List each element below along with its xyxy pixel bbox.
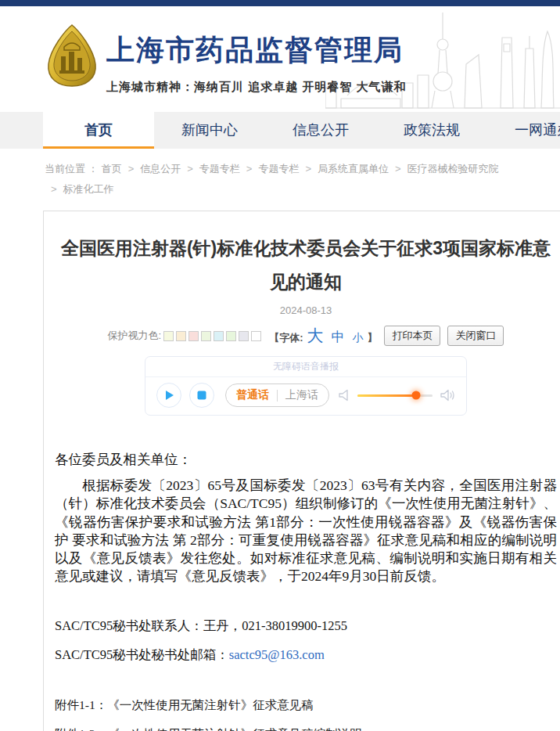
breadcrumb-separator: > <box>51 183 57 195</box>
language-switcher: 普通话上海话 <box>225 384 329 407</box>
site-motto: 上海城市精神：海纳百川 追求卓越 开明睿智 大气谦和 <box>106 80 407 95</box>
font-size-option[interactable]: 小 <box>352 332 363 343</box>
breadcrumb-link[interactable]: 专题专栏 <box>199 163 240 175</box>
speaker-low-icon <box>339 389 350 402</box>
attachments-list: 附件1-1：《一次性使用无菌注射针》征求意见稿附件1-2：《一次性使用无菌注射针… <box>55 697 557 731</box>
breadcrumb-label: 当前位置 ： <box>45 163 99 175</box>
eye-protect-label: 保护视力色: <box>108 329 162 343</box>
breadcrumb-separator: > <box>395 163 401 175</box>
font-size-option[interactable]: 中 <box>331 330 344 344</box>
play-button[interactable] <box>156 383 181 408</box>
breadcrumb-separator: > <box>246 163 253 175</box>
nav-tab[interactable]: 信息公开 <box>265 112 376 149</box>
volume-fill <box>357 394 416 397</box>
print-page-button[interactable]: 打印本页 <box>384 326 440 346</box>
breadcrumb: 当前位置 ：>首页>信息公开>专题专栏>专题专栏>局系统直属单位>医疗器械检验研… <box>45 159 545 200</box>
eye-protect-color-swatch[interactable] <box>226 331 236 341</box>
eye-protect-color-swatch[interactable] <box>239 331 249 341</box>
attachment-link[interactable]: 附件1-1：《一次性使用无菌注射针》征求意见稿 <box>55 697 557 714</box>
page-toolbar: 保护视力色: 【字体: 大中小 】 打印本页 关闭窗口 <box>52 326 560 346</box>
nav-tab[interactable]: 政策法规 <box>376 112 487 149</box>
audio-player-title: 无障碍语音播报 <box>145 357 466 377</box>
eye-protect-color-swatch[interactable] <box>188 331 199 341</box>
article-date: 2024-08-13 <box>52 304 560 316</box>
eye-protect-color-swatch[interactable] <box>163 331 174 341</box>
volume-handle[interactable] <box>411 391 420 400</box>
breadcrumb-separator: > <box>187 163 193 175</box>
language-tab[interactable]: 上海话 <box>285 388 318 402</box>
eye-protect-color-swatch[interactable] <box>251 331 261 341</box>
stop-button[interactable] <box>189 383 214 408</box>
eye-protect-color-swatch[interactable] <box>201 331 211 341</box>
volume-control <box>339 389 455 402</box>
eye-protect-color-swatch[interactable] <box>214 331 224 341</box>
contact-email-line: SAC/TC95秘书处秘书处邮箱：sactc95@163.com <box>55 646 557 664</box>
font-size-option[interactable]: 大 <box>307 327 323 344</box>
breadcrumb-link[interactable]: 首页 <box>102 163 122 175</box>
language-tab[interactable]: 普通话 <box>236 388 269 402</box>
close-window-button[interactable]: 关闭窗口 <box>447 326 504 346</box>
agency-emblem-logo <box>45 23 99 88</box>
breadcrumb-link[interactable]: 局系统直属单位 <box>318 163 389 175</box>
main-navigation: 首页 新闻中心 信息公开 政策法规 一网通办 <box>0 112 560 149</box>
article-card: 全国医用注射器(针)标准化技术委员会关于征求3项国家标准意见的通知 2024-0… <box>43 211 560 731</box>
breadcrumb-link[interactable]: 专题专栏 <box>258 163 299 175</box>
breadcrumb-separator: > <box>305 163 311 175</box>
article-paragraph: 根据标委发〔2023〕65号及国标委发〔2023〕63号有关内容，全国医用注射器… <box>55 477 557 586</box>
email-link[interactable]: sactc95@163.com <box>229 647 325 662</box>
breadcrumb-link[interactable]: 医疗器械检验研究院 <box>407 163 499 175</box>
contact-email-label: SAC/TC95秘书处秘书处邮箱： <box>55 647 229 662</box>
volume-slider[interactable] <box>357 394 433 397</box>
nav-tab[interactable]: 首页 <box>43 112 154 149</box>
nav-tab[interactable]: 一网通办 <box>487 112 560 149</box>
font-label-open: 【字体: <box>269 331 303 345</box>
accessibility-audio-player: 无障碍语音播报 普通话上海话 <box>145 356 467 416</box>
breadcrumb-link[interactable]: 标准化工作 <box>63 183 114 195</box>
site-header: 上海市药品监督管理局 上海城市精神：海纳百川 追求卓越 开明睿智 大气谦和 <box>0 6 560 112</box>
speaker-high-icon <box>440 389 455 402</box>
language-divider <box>277 390 278 402</box>
site-title: 上海市药品监督管理局 <box>106 31 407 70</box>
stop-icon <box>197 391 206 400</box>
attachment-link[interactable]: 附件1-2：《一次性使用无菌注射针》征求意见稿编制说明 <box>55 726 557 731</box>
eye-protect-color-swatch[interactable] <box>176 331 186 341</box>
contact-person-line: SAC/TC95秘书处联系人：王丹，021-38019900-1255 <box>55 618 557 635</box>
salutation: 各位委员及相关单位： <box>55 450 557 469</box>
nav-tab[interactable]: 新闻中心 <box>154 112 265 149</box>
font-label-close: 】 <box>367 331 377 345</box>
play-icon <box>164 390 174 401</box>
breadcrumb-link[interactable]: 信息公开 <box>140 163 181 175</box>
article-body: 各位委员及相关单位： 根据标委发〔2023〕65号及国标委发〔2023〕63号有… <box>55 450 557 731</box>
breadcrumb-separator: > <box>128 163 135 175</box>
top-accent-bar <box>0 0 560 6</box>
article-title: 全国医用注射器(针)标准化技术委员会关于征求3项国家标准意见的通知 <box>52 232 560 298</box>
